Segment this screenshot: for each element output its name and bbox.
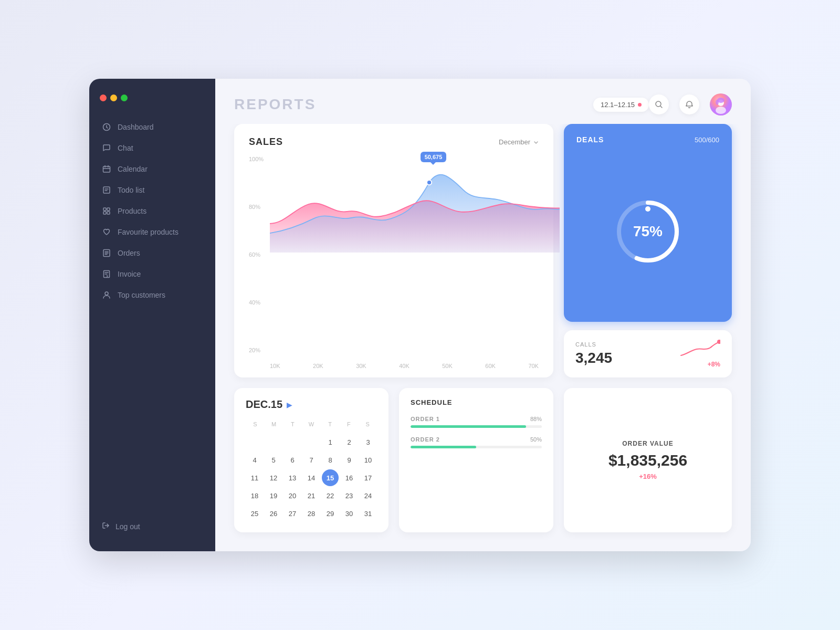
svg-rect-1 [103, 166, 110, 172]
sidebar-item-invoice[interactable]: Invoice [94, 264, 210, 284]
calendar-icon [102, 164, 111, 174]
order-2: ORDER 2 50% [411, 436, 542, 448]
calendar-day[interactable]: 19 [265, 487, 282, 504]
sidebar-item-label: Products [118, 207, 146, 215]
sidebar-item-chat[interactable]: Chat [94, 138, 210, 158]
calendar-day[interactable]: 8 [322, 452, 339, 468]
order-1-bar-fill [411, 425, 526, 428]
svg-point-9 [105, 292, 108, 295]
deals-percent: 75% [633, 223, 663, 240]
calendar-day[interactable]: 30 [341, 505, 358, 522]
svg-point-19 [645, 206, 650, 212]
calendar-day[interactable]: 15 [322, 469, 339, 486]
notifications-button[interactable] [679, 94, 699, 114]
sidebar-item-todo[interactable]: Todo list [94, 180, 210, 200]
sidebar-nav: Dashboard Chat Calendar [89, 117, 215, 512]
heart-icon [102, 227, 111, 237]
month-selector[interactable]: December [499, 138, 539, 146]
chart-svg: 50,675 [270, 156, 560, 255]
deals-circle-container: 75% [576, 152, 719, 310]
order-2-bar-bg [411, 446, 542, 448]
calendar-next[interactable]: ▶ [287, 401, 292, 409]
page-header: REPORTS 12.1–12.15 [215, 79, 751, 124]
user-icon [102, 290, 111, 300]
deals-header: DEALS 500/600 [576, 135, 719, 144]
calendar-day[interactable]: 6 [284, 452, 301, 468]
calendar-day[interactable]: 10 [360, 452, 376, 468]
calendar-day[interactable]: 4 [246, 452, 263, 468]
maximize-button[interactable] [121, 94, 128, 101]
calendar-day[interactable]: 9 [341, 452, 358, 468]
order-1-bar-bg [411, 425, 542, 428]
minimize-button[interactable] [110, 94, 117, 101]
sidebar-item-orders[interactable]: Orders [94, 243, 210, 263]
sidebar-item-customers[interactable]: Top customers [94, 285, 210, 305]
svg-rect-4 [107, 208, 110, 211]
calendar-day[interactable]: 29 [322, 505, 339, 522]
calendar-day[interactable]: 20 [284, 487, 301, 504]
calendar-empty-cell [246, 434, 263, 450]
calendar-day[interactable]: 21 [303, 487, 320, 504]
sales-title: SALES [249, 136, 283, 148]
calendar-day[interactable]: 18 [246, 487, 263, 504]
sidebar-item-label: Orders [118, 249, 140, 257]
window-controls [89, 89, 215, 117]
month-label: December [499, 138, 530, 146]
sidebar-item-products[interactable]: Products [94, 201, 210, 221]
calendar-day[interactable]: 26 [265, 505, 282, 522]
calendar-day[interactable]: 5 [265, 452, 282, 468]
calendar-day[interactable]: 16 [341, 469, 358, 486]
chart-y-labels: 100% 80% 60% 40% 20% [249, 156, 264, 353]
order-1-header: ORDER 1 88% [411, 416, 542, 422]
order-1-pct: 88% [530, 416, 542, 422]
order-value-trend: +16% [639, 472, 657, 480]
grid-icon [102, 206, 111, 216]
chart-tooltip: 50,675 [421, 152, 447, 162]
calendar-header: DEC.15 ▶ [246, 398, 377, 411]
calendar-day[interactable]: 22 [322, 487, 339, 504]
user-avatar[interactable] [710, 93, 732, 116]
invoice-icon [102, 269, 111, 279]
sidebar-item-label: Chat [118, 144, 133, 152]
sidebar-item-dashboard[interactable]: Dashboard [94, 117, 210, 137]
deals-circle: 75% [614, 197, 682, 266]
date-range-badge[interactable]: 12.1–12.15 [593, 98, 649, 112]
calendar-day[interactable]: 12 [265, 469, 282, 486]
sidebar-item-favourites[interactable]: Favourite products [94, 222, 210, 242]
calendar-day[interactable]: 31 [360, 505, 376, 522]
order-2-pct: 50% [530, 436, 542, 443]
calendar-day[interactable]: 13 [284, 469, 301, 486]
svg-rect-6 [107, 212, 110, 214]
svg-point-13 [716, 107, 726, 114]
calendar-day[interactable]: 24 [360, 487, 376, 504]
sidebar-item-calendar[interactable]: Calendar [94, 159, 210, 179]
calendar-day[interactable]: 14 [303, 469, 320, 486]
calendar-day[interactable]: 27 [284, 505, 301, 522]
calendar-day[interactable]: 11 [246, 469, 263, 486]
logout-label: Log out [116, 522, 140, 531]
sidebar-bottom: Log out [89, 512, 215, 541]
bottom-row: DEC.15 ▶ S M T W T F S 12345678910111213… [234, 388, 732, 532]
date-range-text: 12.1–12.15 [601, 101, 635, 109]
sales-header: SALES December [249, 136, 539, 148]
calendar-day[interactable]: 3 [360, 434, 376, 450]
close-button[interactable] [100, 94, 107, 101]
calendar-empty-cell [284, 434, 301, 450]
calendar-day[interactable]: 2 [341, 434, 358, 450]
order-2-name: ORDER 2 [411, 436, 440, 443]
sidebar-item-label: Dashboard [118, 123, 154, 131]
calendar-day[interactable]: 7 [303, 452, 320, 468]
date-indicator [638, 103, 642, 107]
schedule-title: SCHEDULE [411, 398, 542, 406]
orders-icon [102, 248, 111, 258]
calendar-grid: 1234567891011121314151617181920212223242… [246, 434, 377, 522]
calendar-day[interactable]: 25 [246, 505, 263, 522]
deals-count: 500/600 [695, 136, 719, 144]
search-button[interactable] [649, 94, 669, 114]
calendar-day[interactable]: 17 [360, 469, 376, 486]
calendar-day[interactable]: 1 [322, 434, 339, 450]
calendar-day[interactable]: 28 [303, 505, 320, 522]
sidebar: Dashboard Chat Calendar [89, 79, 215, 551]
logout-button[interactable]: Log out [100, 517, 205, 536]
calendar-day[interactable]: 23 [341, 487, 358, 504]
